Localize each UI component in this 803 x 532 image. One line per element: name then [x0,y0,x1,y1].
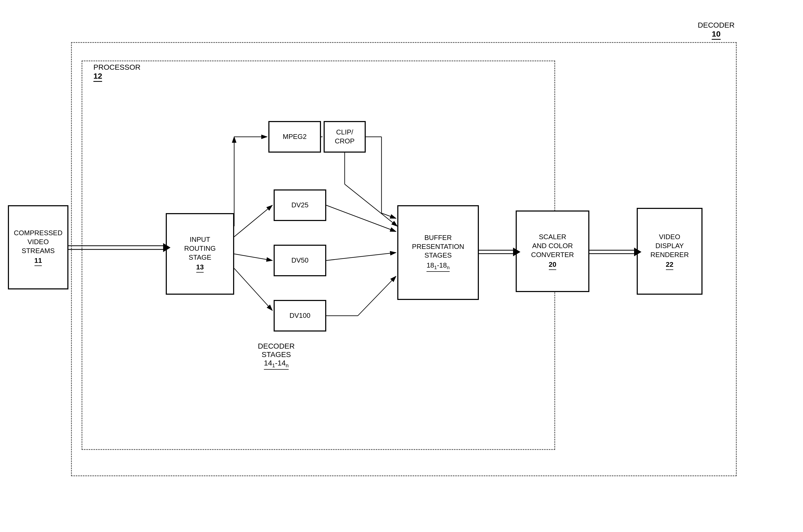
decoder-text: DECODER [698,21,734,30]
compressed-video-block: COMPRESSEDVIDEOSTREAMS 11 [8,205,69,289]
decoder-label: DECODER 10 [698,21,734,40]
decoder-stages-label: DECODER STAGES 141-14n [258,342,295,370]
buffer-presentation-text: BUFFERPRESENTATIONSTAGES [412,233,464,260]
decoder-ref: 10 [712,30,720,40]
dv25-block: DV25 [274,189,326,221]
diagram-container: DECODER 10 PROCESSOR 12 COMPRESSEDVIDEOS… [0,0,803,532]
scaler-text: SCALERAND COLORCONVERTER [531,233,574,259]
input-routing-ref: 13 [196,263,204,272]
processor-label: PROCESSOR 12 [93,63,140,82]
input-routing-block: INPUTROUTINGSTAGE 13 [166,213,234,295]
video-display-text: VIDEODISPLAYRENDERER [650,233,689,259]
scaler-block: SCALERAND COLORCONVERTER 20 [516,210,589,292]
dv100-block: DV100 [274,300,326,331]
scaler-ref: 20 [549,260,556,270]
clip-crop-block: CLIP/CROP [324,121,366,153]
processor-ref: 12 [93,72,102,82]
buffer-presentation-block: BUFFERPRESENTATIONSTAGES 181-18n [397,205,479,300]
processor-text: PROCESSOR [93,63,140,72]
input-routing-text: INPUTROUTINGSTAGE [184,235,216,262]
compressed-video-ref: 11 [35,256,42,266]
dv100-text: DV100 [289,311,310,320]
video-display-ref: 22 [666,260,673,270]
buffer-presentation-ref: 181-18n [426,261,450,272]
dv25-text: DV25 [291,201,308,210]
mpeg2-block: MPEG2 [268,121,321,153]
clip-crop-text: CLIP/CROP [335,128,355,146]
video-display-block: VIDEODISPLAYRENDERER 22 [637,208,703,295]
mpeg2-text: MPEG2 [283,132,307,141]
dv50-block: DV50 [274,245,326,276]
dv50-text: DV50 [291,256,308,265]
compressed-video-text: COMPRESSEDVIDEOSTREAMS [14,229,63,255]
